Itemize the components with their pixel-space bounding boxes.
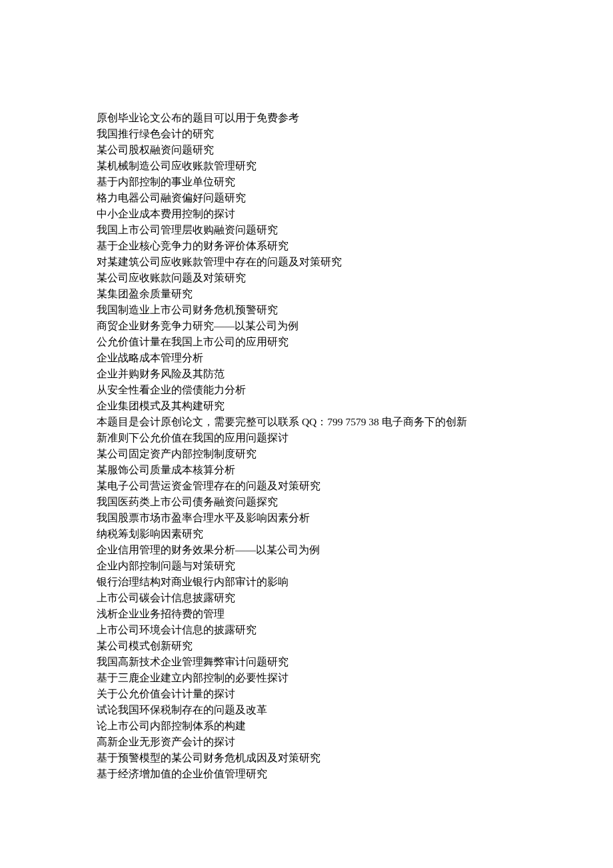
text-line: 公允价值计量在我国上市公司的应用研究	[97, 334, 613, 350]
text-line: 某公司股权融资问题研究	[97, 142, 613, 158]
text-line: 上市公司碳会计信息披露研究	[97, 590, 613, 606]
text-line: 我国制造业上市公司财务危机预警研究	[97, 302, 613, 318]
text-line: 关于公允价值会计计量的探讨	[97, 686, 613, 702]
text-line: 从安全性看企业的偿债能力分析	[97, 382, 613, 398]
text-line: 某公司模式创新研究	[97, 638, 613, 654]
text-line: 我国推行绿色会计的研究	[97, 126, 613, 142]
text-line: 本题目是会计原创论文，需要完整可以联系 QQ：799 7579 38 电子商务下…	[97, 414, 613, 430]
text-line: 格力电器公司融资偏好问题研究	[97, 190, 613, 206]
text-line: 某电子公司营运资金管理存在的问题及对策研究	[97, 478, 613, 494]
text-line: 原创毕业论文公布的题目可以用于免费参考	[97, 110, 613, 126]
text-line: 企业内部控制问题与对策研究	[97, 558, 613, 574]
text-line: 浅析企业业务招待费的管理	[97, 606, 613, 622]
text-line: 企业集团模式及其构建研究	[97, 398, 613, 414]
text-line: 对某建筑公司应收账款管理中存在的问题及对策研究	[97, 254, 613, 270]
text-line: 中小企业成本费用控制的探讨	[97, 206, 613, 222]
text-line: 某公司应收账款问题及对策研究	[97, 270, 613, 286]
text-line: 基于经济增加值的企业价值管理研究	[97, 766, 613, 782]
text-line: 试论我国环保税制存在的问题及改革	[97, 702, 613, 718]
text-line: 某集团盈余质量研究	[97, 286, 613, 302]
text-line: 某公司固定资产内部控制制度研究	[97, 446, 613, 462]
text-line: 新准则下公允价值在我国的应用问题探讨	[97, 430, 613, 446]
text-line: 我国股票市场市盈率合理水平及影响因素分析	[97, 510, 613, 526]
text-line: 企业并购财务风险及其防范	[97, 366, 613, 382]
text-line: 基于预警模型的某公司财务危机成因及对策研究	[97, 750, 613, 766]
text-line: 我国上市公司管理层收购融资问题研究	[97, 222, 613, 238]
text-line: 企业战略成本管理分析	[97, 350, 613, 366]
text-line: 高新企业无形资产会计的探讨	[97, 734, 613, 750]
text-line: 某机械制造公司应收账款管理研究	[97, 158, 613, 174]
text-line: 银行治理结构对商业银行内部审计的影响	[97, 574, 613, 590]
text-line: 我国高新技术企业管理舞弊审计问题研究	[97, 654, 613, 670]
text-line: 上市公司环境会计信息的披露研究	[97, 622, 613, 638]
text-line: 基于企业核心竞争力的财务评价体系研究	[97, 238, 613, 254]
text-line: 论上市公司内部控制体系的构建	[97, 718, 613, 734]
document-content: 原创毕业论文公布的题目可以用于免费参考我国推行绿色会计的研究某公司股权融资问题研…	[97, 110, 613, 782]
text-line: 基于三鹿企业建立内部控制的必要性探讨	[97, 670, 613, 686]
text-line: 纳税筹划影响因素研究	[97, 526, 613, 542]
text-line: 商贸企业财务竞争力研究——以某公司为例	[97, 318, 613, 334]
text-line: 某服饰公司质量成本核算分析	[97, 462, 613, 478]
text-line: 我国医药类上市公司债务融资问题探究	[97, 494, 613, 510]
text-line: 基于内部控制的事业单位研究	[97, 174, 613, 190]
text-line: 企业信用管理的财务效果分析——以某公司为例	[97, 542, 613, 558]
